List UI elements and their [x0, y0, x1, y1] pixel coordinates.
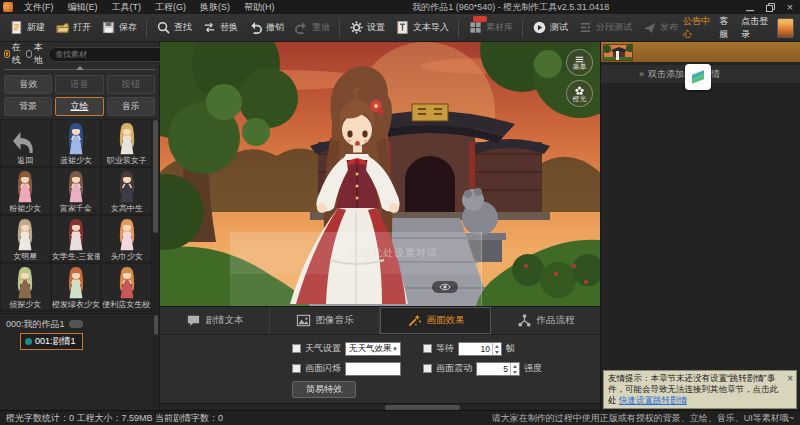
asset-tab-voice[interactable]: 语音 [55, 75, 103, 94]
character-sprite [116, 266, 138, 300]
find-button[interactable]: 查找 [151, 18, 197, 37]
game-preview[interactable]: 菜单 橙光 双击此处设置对话 [160, 42, 600, 306]
close-button[interactable]: × [780, 0, 800, 14]
game-logo-button[interactable]: 橙光 [566, 80, 593, 107]
sprite-item[interactable]: 便利店女生校服 [102, 264, 151, 310]
weather-checkbox[interactable] [292, 344, 301, 353]
sprite-grid-scrollbar[interactable] [152, 119, 159, 313]
menu-project[interactable]: 工程(G) [148, 0, 193, 14]
tab-work-flow[interactable]: 作品流程 [491, 307, 600, 334]
undo-button[interactable]: 撤销 [243, 18, 289, 37]
statusbar-notice: 请大家在制作的过程中使用正版或有授权的背景、立绘、音乐、UI等素材哦~ [492, 412, 794, 425]
menu-file[interactable]: 文件(F) [17, 0, 61, 14]
announcement-center-link[interactable]: 公告中心 [683, 15, 711, 41]
game-menu-button[interactable]: 菜单 [566, 49, 593, 76]
panel-splitter-handle[interactable] [0, 66, 159, 74]
flash-input[interactable] [345, 362, 401, 376]
game-menu-label: 菜单 [573, 63, 587, 70]
back-item[interactable]: 返回 [1, 120, 50, 166]
sprite-item[interactable]: 女学生-三套服.. [52, 216, 101, 262]
screen-effects-panel: 天气设置 无天气效果 ▼ 等待 帧 画面闪烁 [160, 334, 600, 403]
editor-tabs: 剧情文本图像音乐画面效果作品流程 [160, 306, 600, 334]
publish-button[interactable]: 发布 [637, 18, 683, 37]
sprite-item[interactable]: 头巾少女 [102, 216, 151, 262]
shake-stepper[interactable] [476, 362, 520, 376]
new-label: 新建 [27, 21, 45, 34]
sprite-item[interactable]: 侦探少女 [1, 264, 50, 310]
spinner-icon[interactable] [510, 363, 519, 375]
wand-icon [407, 313, 422, 328]
visibility-toggle[interactable] [432, 281, 458, 293]
sprite-item[interactable]: 蓝裙少女 [52, 120, 101, 166]
menu-skin[interactable]: 换肤(S) [193, 0, 237, 14]
sprite-item[interactable]: 职业装女子 [102, 120, 151, 166]
asset-tab-background[interactable]: 背景 [4, 97, 52, 116]
eye-icon [439, 283, 451, 291]
replace-button[interactable]: 替换 [197, 18, 243, 37]
material-library-button[interactable]: 素材库 [463, 18, 518, 37]
tree-scrollbar[interactable] [153, 314, 159, 410]
sprite-item[interactable]: 女高中生 [102, 168, 151, 214]
minimize-button[interactable] [740, 0, 760, 14]
test-button[interactable]: 测试 [527, 18, 573, 37]
scene-thumbnail [603, 44, 633, 61]
new-button[interactable]: 新建 [4, 18, 50, 37]
radio-online[interactable]: 在线 [4, 41, 23, 67]
save-button[interactable]: 保存 [96, 18, 142, 37]
shake-checkbox[interactable] [423, 364, 432, 373]
text-import-button[interactable]: 文本导入 [390, 18, 454, 37]
tree-story-item[interactable]: 001:剧情1 [20, 333, 83, 350]
shake-unit-label: 强度 [524, 362, 542, 375]
customer-service-link[interactable]: 客服 [719, 15, 733, 41]
asset-source-row: 在线 本地 [0, 42, 159, 66]
tab-image-music[interactable]: 图像音乐 [270, 307, 380, 334]
segment-test-button[interactable]: 分段测试 [573, 18, 637, 37]
spinner-icon[interactable] [492, 343, 501, 355]
login-link[interactable]: 点击登录 [741, 15, 769, 41]
sprite-label: 返回 [17, 156, 33, 166]
asset-search-input[interactable] [55, 50, 165, 59]
sprite-item[interactable]: 女明星 [1, 216, 50, 262]
toolbar-separator [146, 19, 147, 37]
toolbar-separator [339, 19, 340, 37]
toolbar-separator [522, 19, 523, 37]
wait-input[interactable] [459, 343, 492, 355]
asset-tab-sound-effect[interactable]: 音效 [4, 75, 52, 94]
wait-stepper[interactable] [458, 342, 502, 356]
effects-hscrollbar[interactable] [160, 403, 600, 410]
asset-tab-button[interactable]: 按钮 [107, 75, 155, 94]
sprite-item[interactable]: 粉裙少女 [1, 168, 50, 214]
rename-icon[interactable] [69, 320, 83, 328]
redo-button[interactable]: 重做 [289, 18, 335, 37]
notice-popup[interactable]: 友情提示：本章节末还没有设置“跳转剧情”事件，可能会导致无法连接到其他章节，点击… [603, 370, 797, 409]
tab-story-text[interactable]: 剧情文本 [160, 307, 270, 334]
notice-close-icon[interactable]: × [787, 375, 793, 383]
new-file-icon [9, 20, 24, 35]
menu-help[interactable]: 帮助(H) [237, 0, 282, 14]
menu-tools[interactable]: 工具(T) [105, 0, 149, 14]
simple-effects-button[interactable]: 简易特效 [292, 381, 356, 398]
weather-select[interactable]: 无天气效果 ▼ [345, 342, 401, 356]
user-avatar[interactable] [777, 18, 794, 38]
menu-edit[interactable]: 编辑(E) [61, 0, 105, 14]
flash-checkbox[interactable] [292, 364, 301, 373]
shake-input[interactable] [477, 363, 510, 375]
replace-icon [202, 20, 217, 35]
radio-local[interactable]: 本地 [26, 41, 45, 67]
asset-tab-sprite[interactable]: 立绘 [55, 97, 103, 116]
expander-icon: » [639, 69, 644, 79]
sprite-item[interactable]: 富家千金 [52, 168, 101, 214]
asset-tab-music[interactable]: 音乐 [107, 97, 155, 116]
restore-button[interactable] [760, 0, 780, 14]
wait-checkbox[interactable] [423, 344, 432, 353]
notice-link[interactable]: 快速设置跳转剧情 [619, 395, 687, 405]
settings-button[interactable]: 设置 [344, 18, 390, 37]
undo-label: 撤销 [266, 21, 284, 34]
floating-app-shortcut[interactable] [685, 64, 711, 90]
story-row-selected[interactable] [601, 42, 800, 62]
library-icon [468, 20, 483, 35]
tree-root-item[interactable]: 000:我的作品1 [6, 317, 149, 331]
sprite-item[interactable]: 橙发绿衣少女 [52, 264, 101, 310]
tab-screen-effects[interactable]: 画面效果 [380, 307, 491, 334]
open-button[interactable]: 打开 [50, 18, 96, 37]
